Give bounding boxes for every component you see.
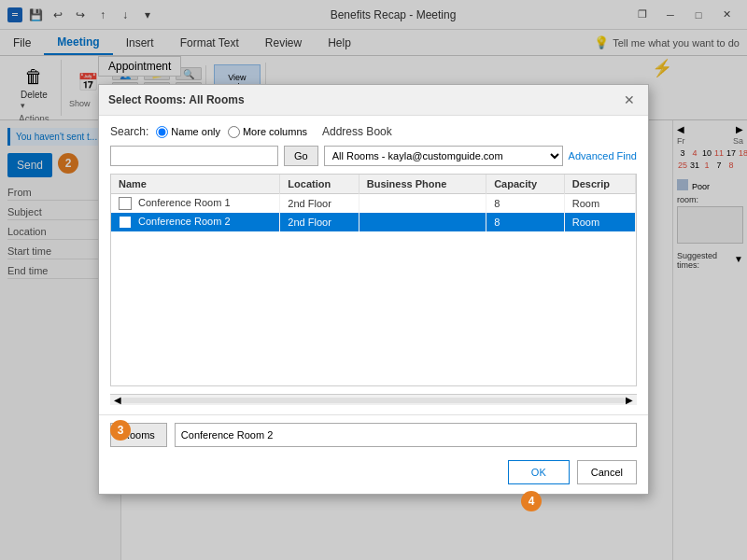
radio-more-cols-label: More columns [243, 126, 307, 137]
radio-name-only-input[interactable] [156, 126, 168, 138]
cell-descrip: Room [564, 194, 635, 214]
table-row[interactable]: Conference Room 1 2nd Floor 8 Room [111, 194, 636, 214]
radio-more-columns[interactable]: More columns [228, 126, 307, 138]
go-button[interactable]: Go [284, 146, 318, 166]
col-descrip[interactable]: Descrip [564, 175, 635, 194]
search-input-row: Go All Rooms - kayla@customguide.com Adv… [110, 146, 637, 166]
cancel-label: Cancel [591, 467, 623, 478]
radio-name-only-label: Name only [171, 126, 220, 137]
select-rooms-dialog: Select Rooms: All Rooms ✕ Search: Name o… [98, 84, 649, 495]
scroll-track[interactable] [121, 398, 626, 403]
row-checkbox-icon[interactable] [119, 216, 132, 229]
cell-phone [359, 213, 486, 231]
step-4-badge: 4 [521, 491, 542, 511]
cell-name-text: Conference Room 1 [138, 197, 230, 208]
cancel-button[interactable]: Cancel [577, 460, 637, 484]
room-table: Name Location Business Phone Capacity De… [111, 175, 636, 231]
dialog-overlay: Select Rooms: All Rooms ✕ Search: Name o… [0, 0, 747, 560]
col-name[interactable]: Name [111, 175, 280, 194]
dialog-title-bar: Select Rooms: All Rooms ✕ [99, 85, 648, 116]
row-checkbox-icon[interactable] [119, 197, 132, 210]
cell-descrip: Room [564, 213, 635, 231]
ok-button[interactable]: OK [508, 460, 570, 484]
col-phone[interactable]: Business Phone [359, 175, 486, 194]
cell-name: Conference Room 2 [111, 213, 280, 231]
room-table-container: Name Location Business Phone Capacity De… [110, 174, 637, 386]
ok-label: OK [531, 467, 546, 478]
dialog-body: Search: Name only More columns Address B… [99, 116, 648, 414]
table-scrollbar[interactable]: ◀ ▶ [110, 394, 637, 405]
table-header-row: Name Location Business Phone Capacity De… [111, 175, 636, 194]
addr-book-label: Address Book [322, 125, 392, 138]
cell-name: Conference Room 1 [111, 194, 280, 214]
table-row[interactable]: Conference Room 2 2nd Floor 8 Room [111, 213, 636, 231]
cell-phone [359, 194, 486, 214]
rooms-value-input[interactable] [175, 423, 637, 447]
advanced-find-link[interactable]: Advanced Find [569, 150, 637, 161]
search-text-input[interactable] [110, 146, 278, 166]
cell-capacity: 8 [486, 194, 565, 214]
search-row: Search: Name only More columns Address B… [110, 125, 637, 138]
step-3-badge: 3 [110, 420, 131, 441]
address-book-dropdown[interactable]: All Rooms - kayla@customguide.com [324, 146, 563, 166]
scroll-right-arrow[interactable]: ▶ [626, 395, 633, 405]
col-location[interactable]: Location [280, 175, 359, 194]
cell-location: 2nd Floor [280, 194, 359, 214]
cell-location: 2nd Floor [280, 213, 359, 231]
radio-name-only[interactable]: Name only [156, 126, 220, 138]
dialog-close-button[interactable]: ✕ [620, 91, 639, 109]
dialog-actions: OK Cancel [99, 455, 648, 494]
col-capacity[interactable]: Capacity [486, 175, 565, 194]
dialog-bottom-row: Rooms [99, 414, 648, 455]
scroll-left-arrow[interactable]: ◀ [114, 395, 121, 405]
radio-more-cols-input[interactable] [228, 126, 240, 138]
search-radio-group: Name only More columns [156, 126, 307, 138]
dialog-title: Select Rooms: All Rooms [108, 93, 245, 106]
search-label: Search: [110, 125, 148, 138]
cell-name-text: Conference Room 2 [138, 216, 230, 227]
cell-capacity: 8 [486, 213, 565, 231]
